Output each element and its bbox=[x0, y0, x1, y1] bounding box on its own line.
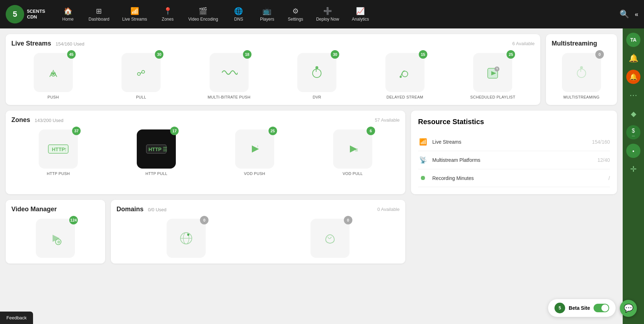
navbar: 5 5CENTS CDN 🏠 Home ⊞ Dashboard 📶 Live S… bbox=[0, 0, 644, 28]
stream-icon-delayed: 15 bbox=[385, 53, 424, 92]
brand-logo[interactable]: 5 5CENTS CDN bbox=[6, 5, 45, 23]
stream-item-push[interactable]: 45 PUSH bbox=[11, 53, 95, 99]
nav-dashboard[interactable]: ⊞ Dashboard bbox=[82, 0, 116, 28]
zone-label-http-pull: HTTP PULL bbox=[145, 171, 167, 176]
svg-marker-2 bbox=[53, 70, 54, 71]
bottom-row: Video Manager 124 ⚙ Domains 0/0 bbox=[6, 200, 617, 264]
logo-circle: 5 bbox=[6, 5, 24, 23]
stream-item-pull[interactable]: 30 PULL bbox=[99, 53, 183, 99]
live-streams-section: Live Streams 154/160 Used 6 Available 45… bbox=[6, 34, 540, 105]
zones-header: Zones 143/200 Used 57 Available bbox=[11, 116, 400, 124]
resource-row-recording: ⏺ Recording Minutes / bbox=[418, 169, 610, 187]
deploy-icon: ➕ bbox=[323, 7, 332, 15]
stream-badge-delayed: 15 bbox=[419, 50, 427, 59]
players-icon: 📺 bbox=[263, 7, 271, 15]
multistream-title: Multistreaming bbox=[552, 40, 597, 47]
svg-point-9 bbox=[400, 76, 402, 78]
more-options-icon[interactable]: ⋯ bbox=[626, 88, 640, 102]
stream-item-multistream[interactable]: 0 MULTISTREAMING bbox=[552, 53, 611, 99]
nav-live-streams[interactable]: 📶 Live Streams bbox=[116, 0, 153, 28]
live-streams-grid: 45 PUSH 30 PULL 18 bbox=[11, 53, 535, 99]
video-manager-header: Video Manager bbox=[11, 206, 99, 213]
nav-zones-label: Zones bbox=[162, 17, 173, 22]
video-manager-title: Video Manager bbox=[11, 206, 57, 213]
svg-point-4 bbox=[142, 70, 145, 73]
nav-home[interactable]: 🏠 Home bbox=[54, 0, 82, 28]
zone-item-vod-pull[interactable]: 6 ☰ VOD PULL bbox=[306, 129, 400, 176]
recording-resource-name: Recording Minutes bbox=[432, 175, 604, 181]
user-avatar[interactable]: TA bbox=[626, 33, 640, 47]
stream-badge-pull: 30 bbox=[155, 50, 163, 59]
status-icon[interactable]: ● bbox=[626, 144, 640, 158]
domain-item-2[interactable]: 0 bbox=[260, 219, 400, 258]
svg-text:HTTP: HTTP bbox=[148, 147, 162, 152]
zone-item-vod-push[interactable]: 25 ↑ VOD PUSH bbox=[208, 129, 302, 176]
nav-items: 🏠 Home ⊞ Dashboard 📶 Live Streams 📍 Zone… bbox=[54, 0, 619, 28]
nav-players[interactable]: 📺 Players bbox=[253, 0, 281, 28]
nav-settings[interactable]: ⚙ Settings bbox=[281, 0, 310, 28]
billing-icon[interactable]: $ — bbox=[626, 125, 640, 139]
stream-item-dvr[interactable]: 30 DVR bbox=[275, 53, 359, 99]
zones-resource-row: Zones 143/200 Used 57 Available 37 HTTP↑… bbox=[6, 111, 617, 194]
feedback-button[interactable]: Feedback bbox=[0, 312, 33, 324]
resource-statistics: Resource Statistics 📶 Live Streams 154/1… bbox=[411, 111, 617, 194]
zone-badge-http-push: 37 bbox=[72, 127, 81, 135]
zone-badge-vod-pull: 6 bbox=[367, 127, 375, 135]
zones-grid: 37 HTTP↑ HTTP PUSH 17 HTTP☰ HTTP PULL bbox=[11, 129, 400, 176]
stream-icon-push: 45 bbox=[34, 53, 73, 92]
svg-text:☰: ☰ bbox=[163, 146, 167, 152]
svg-text:↑: ↑ bbox=[64, 146, 67, 152]
zones-title: Zones bbox=[11, 116, 30, 123]
multistream-resource-name: Multistream Platforms bbox=[432, 157, 593, 163]
nav-dns[interactable]: 🌐 DNS bbox=[224, 0, 253, 28]
zones-section: Zones 143/200 Used 57 Available 37 HTTP↑… bbox=[6, 111, 405, 194]
toggle-knob bbox=[601, 304, 608, 312]
stream-label-push: PUSH bbox=[48, 95, 59, 99]
domain-badge-1: 0 bbox=[200, 216, 209, 224]
analytics-icon: 📈 bbox=[356, 7, 365, 15]
svg-line-5 bbox=[140, 73, 142, 73]
beta-bar: 5 Beta Site bbox=[548, 299, 616, 317]
svg-point-3 bbox=[137, 73, 140, 75]
nav-analytics[interactable]: 📈 Analytics bbox=[346, 0, 375, 28]
svg-text:↑: ↑ bbox=[257, 144, 259, 148]
video-manager-item[interactable]: 124 ⚙ bbox=[11, 219, 99, 258]
nav-deploy-now[interactable]: ➕ Deploy Now bbox=[310, 0, 346, 28]
dashboard-icon: ⊞ bbox=[96, 7, 102, 15]
crosshair-icon[interactable]: ✛ bbox=[626, 162, 640, 176]
zones-icon: 📍 bbox=[163, 7, 172, 15]
zone-label-http-push: HTTP PUSH bbox=[47, 171, 70, 176]
stream-icon-multibitrate: 18 bbox=[210, 53, 249, 92]
multistream-resource-value: 12/40 bbox=[597, 157, 610, 163]
domain-icon-1: 0 bbox=[167, 219, 206, 258]
nav-zones[interactable]: 📍 Zones bbox=[153, 0, 182, 28]
orange-alert-icon[interactable]: 🔔 bbox=[626, 70, 640, 84]
domains-available: 0 Available bbox=[377, 207, 400, 212]
video-manager-icon: 124 ⚙ bbox=[36, 219, 75, 258]
nav-players-label: Players bbox=[260, 17, 274, 22]
nav-video-encoding[interactable]: 🎬 Video Encoding bbox=[182, 0, 224, 28]
video-manager-badge: 124 bbox=[69, 216, 78, 224]
zone-item-http-pull[interactable]: 17 HTTP☰ HTTP PULL bbox=[109, 129, 203, 176]
stream-item-scheduled[interactable]: 25 SCHEDULED PLAYLIST bbox=[451, 53, 535, 99]
zone-item-http-push[interactable]: 37 HTTP↑ HTTP PUSH bbox=[11, 129, 105, 176]
video-manager-section: Video Manager 124 ⚙ bbox=[6, 200, 105, 264]
stream-item-multibitrate[interactable]: 18 MULTI-BITRATE PUSH bbox=[187, 53, 271, 99]
notification-icon[interactable]: 🔔 bbox=[626, 51, 640, 65]
beta-toggle[interactable] bbox=[594, 304, 609, 312]
domain-item-1[interactable]: 0 bbox=[117, 219, 256, 258]
live-streams-resource-value: 154/160 bbox=[592, 139, 610, 145]
search-icon[interactable]: 🔍 bbox=[619, 10, 629, 19]
nav-right: 🔍 « bbox=[619, 10, 638, 19]
diamond-icon[interactable]: ◆ bbox=[626, 107, 640, 121]
chat-button[interactable]: 💬 bbox=[620, 300, 637, 317]
domain-icon-2: 0 bbox=[310, 219, 350, 258]
stream-label-dvr: DVR bbox=[313, 95, 321, 99]
video-encoding-icon: 🎬 bbox=[199, 7, 207, 15]
stream-item-delayed[interactable]: 15 DELAYED STREAM bbox=[363, 53, 447, 99]
collapse-icon[interactable]: « bbox=[635, 11, 638, 18]
beta-label: Beta Site bbox=[569, 305, 590, 311]
svg-text:☰: ☰ bbox=[355, 148, 358, 152]
svg-point-6 bbox=[313, 69, 321, 78]
svg-point-31 bbox=[187, 234, 189, 236]
